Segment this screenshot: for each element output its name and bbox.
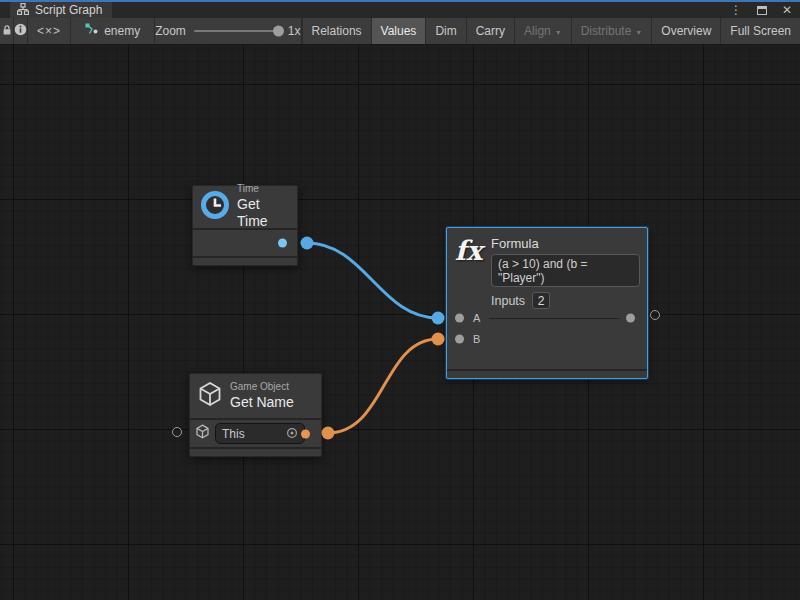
wire-endpoint — [322, 427, 335, 440]
node-formula-header: fx Formula (a > 10) and (b = "Player") I… — [447, 228, 647, 309]
cube-icon — [197, 381, 223, 411]
input-port-a[interactable] — [455, 314, 464, 323]
output-port-result[interactable] — [626, 314, 635, 323]
port-b-label: B — [473, 333, 480, 345]
tab-script-graph[interactable]: Script Graph — [10, 2, 112, 18]
node-get-time-ports — [193, 228, 297, 256]
clock-icon — [200, 190, 230, 224]
object-picker-icon[interactable] — [286, 425, 298, 443]
zoom-control: Zoom 1x — [155, 18, 301, 44]
node-get-time[interactable]: Time Get Time — [192, 185, 298, 266]
info-icon — [14, 23, 27, 39]
zoom-value: 1x — [288, 24, 301, 38]
formula-expression-field[interactable]: (a > 10) and (b = "Player") — [491, 254, 640, 287]
zoom-slider-handle[interactable] — [273, 26, 284, 37]
target-value: This — [222, 427, 282, 441]
get-name-target-ring[interactable] — [172, 427, 182, 437]
maximize-icon[interactable] — [757, 6, 767, 15]
target-object-field[interactable]: This — [215, 423, 305, 444]
formula-fx-icon: fx — [452, 236, 485, 309]
node-get-time-header: Time Get Time — [193, 186, 297, 228]
chevron-down-icon: ▼ — [555, 29, 562, 36]
node-footer — [447, 369, 647, 378]
lock-icon — [1, 24, 13, 39]
hierarchy-icon — [17, 1, 29, 19]
zoom-label: Zoom — [155, 24, 186, 38]
node-footer — [190, 447, 321, 456]
node-get-name[interactable]: Game Object Get Name This — [189, 373, 322, 457]
fullscreen-button[interactable]: Full Screen — [720, 18, 800, 44]
wires-layer — [0, 45, 800, 600]
inputs-label: Inputs — [491, 294, 525, 308]
input-port-b[interactable] — [455, 335, 464, 344]
inspect-button[interactable] — [14, 18, 28, 44]
clear-selection-button[interactable]: <×> — [28, 18, 71, 44]
formula-result-ring[interactable] — [650, 310, 660, 320]
dim-button[interactable]: Dim — [425, 18, 465, 44]
node-title: Formula — [491, 236, 640, 251]
wire-endpoint — [432, 333, 445, 346]
overview-button[interactable]: Overview — [651, 18, 720, 44]
values-button[interactable]: Values — [371, 18, 426, 44]
code-icon: <×> — [37, 24, 61, 38]
node-get-name-header: Game Object Get Name — [190, 374, 321, 418]
close-icon[interactable]: ✕ — [782, 2, 792, 18]
chevron-down-icon: ▼ — [635, 29, 642, 36]
cube-icon-small — [195, 424, 210, 443]
node-category: Time — [237, 183, 290, 196]
wire-name-to-formula-b[interactable] — [328, 339, 438, 433]
graph-canvas[interactable]: Time Get Time fx Formula (a > 10) and (b… — [0, 45, 800, 600]
graph-icon — [85, 23, 98, 39]
node-get-name-ports: This — [190, 418, 321, 447]
wire-endpoint — [432, 312, 445, 325]
graph-name: enemy — [104, 24, 140, 38]
carry-button[interactable]: Carry — [466, 18, 514, 44]
output-port-name[interactable] — [301, 429, 310, 438]
graph-toolbar: <×> enemy Zoom 1x Relations — [0, 18, 800, 45]
port-row-divider — [489, 318, 620, 319]
wire-endpoint — [301, 237, 314, 250]
port-row-b: B — [447, 329, 647, 349]
node-title: Get Name — [230, 394, 294, 412]
lock-button[interactable] — [0, 18, 14, 44]
tab-title: Script Graph — [35, 3, 102, 17]
node-formula[interactable]: fx Formula (a > 10) and (b = "Player") I… — [446, 227, 648, 379]
script-graph-window: Script Graph ⋮ ✕ — [0, 0, 800, 600]
port-row-a: A — [447, 308, 647, 328]
menu-kebab-icon[interactable]: ⋮ — [730, 2, 742, 18]
inputs-count-field[interactable]: 2 — [532, 292, 550, 309]
node-title: Get Time — [237, 196, 290, 231]
relations-button[interactable]: Relations — [302, 18, 371, 44]
distribute-dropdown[interactable]: Distribute ▼ — [571, 18, 652, 44]
node-footer — [193, 256, 297, 265]
output-port-time[interactable] — [278, 239, 287, 248]
graph-breadcrumb[interactable]: enemy — [71, 18, 155, 44]
node-category: Game Object — [230, 381, 294, 394]
wire-time-to-formula-a[interactable] — [307, 243, 438, 318]
zoom-slider[interactable] — [194, 30, 280, 32]
view-toggle-buttons: Relations Values Dim Carry Align ▼ Distr… — [302, 18, 800, 44]
window-controls: ⋮ ✕ — [730, 2, 792, 18]
title-bar: Script Graph ⋮ ✕ — [0, 0, 800, 18]
port-a-label: A — [473, 312, 480, 324]
align-dropdown[interactable]: Align ▼ — [514, 18, 571, 44]
